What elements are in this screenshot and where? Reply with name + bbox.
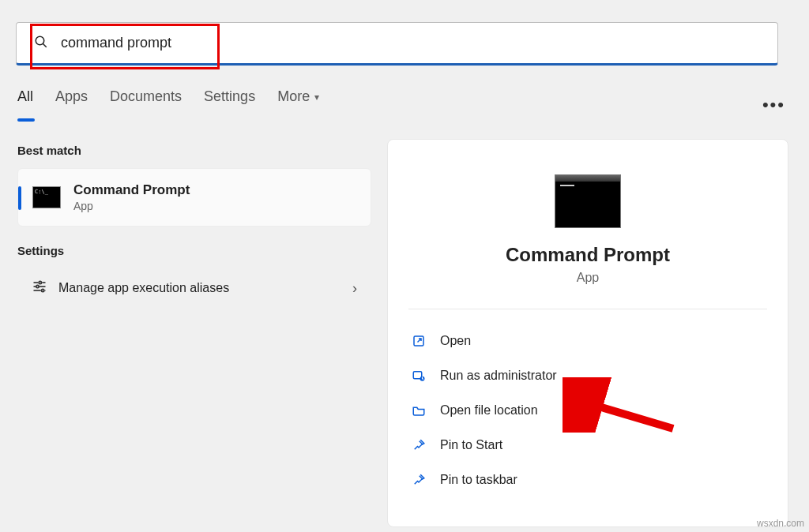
tab-apps[interactable]: Apps <box>55 88 88 105</box>
best-match-heading: Best match <box>17 144 371 157</box>
svg-point-3 <box>39 281 41 283</box>
pin-taskbar-icon <box>408 473 429 487</box>
detail-panel: Command Prompt App Open Run as administr… <box>387 139 788 527</box>
pin-start-icon <box>408 438 429 452</box>
action-label: Open <box>440 334 471 348</box>
svg-line-1 <box>43 43 47 47</box>
selection-indicator <box>18 186 21 210</box>
action-pin-start[interactable]: Pin to Start <box>404 428 772 463</box>
tab-more[interactable]: More ▾ <box>277 88 319 105</box>
filter-tabs: All Apps Documents Settings More ▾ <box>17 88 319 105</box>
detail-app-icon <box>555 174 621 228</box>
action-list: Open Run as administrator Open file loca… <box>404 324 772 497</box>
settings-item-label: Manage app execution aliases <box>58 281 229 295</box>
action-label: Pin to taskbar <box>440 473 517 487</box>
tab-all[interactable]: All <box>17 88 33 105</box>
folder-icon <box>408 403 429 418</box>
svg-point-9 <box>42 289 44 291</box>
results-column: Best match Command Prompt App Settings M… <box>17 144 371 308</box>
search-input[interactable] <box>59 34 694 52</box>
svg-point-0 <box>36 36 44 45</box>
search-bar[interactable] <box>16 22 778 66</box>
admin-icon <box>408 369 429 383</box>
best-match-text: Command Prompt App <box>73 182 190 212</box>
best-match-title: Command Prompt <box>73 182 190 198</box>
aliases-icon <box>32 279 47 298</box>
action-run-admin[interactable]: Run as administrator <box>404 358 772 393</box>
command-prompt-icon <box>32 186 61 208</box>
tab-documents[interactable]: Documents <box>110 88 182 105</box>
best-match-result[interactable]: Command Prompt App <box>17 168 371 227</box>
chevron-down-icon: ▾ <box>314 92 319 103</box>
open-icon <box>408 334 429 348</box>
action-label: Run as administrator <box>440 369 557 383</box>
chevron-right-icon: › <box>352 280 357 297</box>
divider <box>408 309 767 309</box>
action-open[interactable]: Open <box>404 324 772 358</box>
best-match-subtitle: App <box>73 200 190 212</box>
tab-more-label: More <box>277 88 310 105</box>
settings-heading: Settings <box>17 244 371 257</box>
svg-point-6 <box>36 285 39 287</box>
search-icon <box>34 35 48 52</box>
action-label: Open file location <box>440 403 538 418</box>
detail-subtitle: App <box>388 271 788 285</box>
overflow-menu-button[interactable]: ••• <box>762 95 785 115</box>
action-label: Pin to Start <box>440 438 502 452</box>
settings-result-item[interactable]: Manage app execution aliases › <box>17 268 371 308</box>
detail-title: Command Prompt <box>388 244 788 266</box>
action-open-location[interactable]: Open file location <box>404 393 772 428</box>
watermark: wsxdn.com <box>757 518 804 529</box>
tab-settings[interactable]: Settings <box>204 88 255 105</box>
active-tab-indicator <box>17 118 35 122</box>
action-pin-taskbar[interactable]: Pin to taskbar <box>404 463 772 497</box>
